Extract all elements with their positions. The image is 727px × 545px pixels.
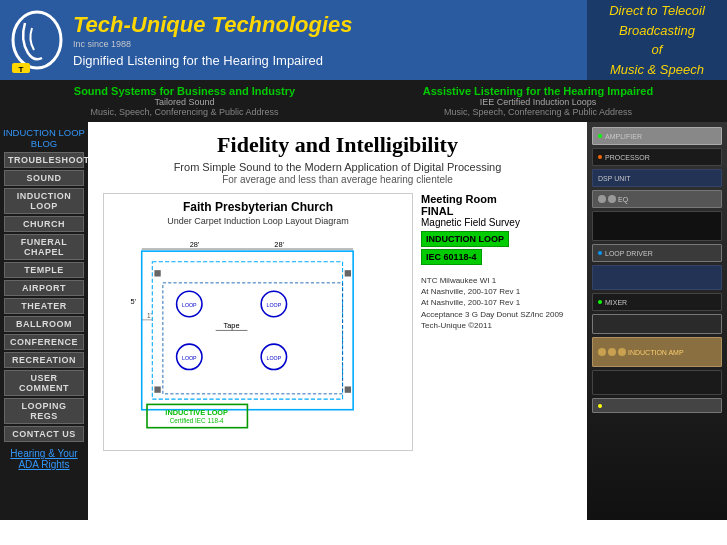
floor-plan-subtitle: Under Carpet Induction Loop Layout Diagr… bbox=[110, 216, 406, 226]
broadcasting-line4: Music & Speech bbox=[610, 62, 704, 77]
sidebar-item-church[interactable]: CHURCH bbox=[4, 216, 84, 232]
svg-rect-27 bbox=[154, 386, 160, 392]
sub-header: Sound Systems for Business and Industry … bbox=[0, 80, 727, 122]
svg-text:28': 28' bbox=[274, 240, 284, 249]
meeting-room-info: Meeting Room FINAL Magnetic Field Survey… bbox=[421, 193, 572, 265]
sidebar-item-contact-us[interactable]: CONTACT US bbox=[4, 426, 84, 442]
rack-led-1 bbox=[598, 134, 602, 138]
rack-unit-9 bbox=[592, 314, 722, 334]
diagram-area: Faith Presbyterian Church Under Carpet I… bbox=[103, 193, 572, 451]
sidebar-item-looping-regs[interactable]: LOOPING REGS bbox=[4, 398, 84, 424]
broadcasting-line3: of bbox=[652, 42, 663, 57]
sub-header-left-title: Sound Systems for Business and Industry bbox=[74, 85, 295, 97]
sub-header-left-sub: Tailored Sound bbox=[74, 97, 295, 107]
svg-text:LOOP: LOOP bbox=[182, 355, 197, 361]
svg-text:LOOP: LOOP bbox=[267, 302, 282, 308]
rack-unit-2: PROCESSOR bbox=[592, 148, 722, 166]
sidebar-item-sound[interactable]: SOUND bbox=[4, 170, 84, 186]
rack-knob-gold-b bbox=[608, 348, 616, 356]
rack-label-2: PROCESSOR bbox=[605, 154, 650, 161]
rack-led-11 bbox=[598, 404, 602, 408]
sub-header-right-title: Assistive Listening for the Hearing Impa… bbox=[423, 85, 653, 97]
induction-loop-badge2: IEC 60118-4 bbox=[421, 249, 482, 265]
equipment-rack: AMPLIFIER PROCESSOR DSP UNIT EQ LOOP DRI… bbox=[587, 122, 727, 520]
sidebar-item-induction-loop[interactable]: INDUCTION LOOP bbox=[4, 188, 84, 214]
page-sub2: For average and less than average hearin… bbox=[103, 174, 572, 185]
svg-rect-26 bbox=[345, 270, 351, 276]
logo-area: T Tech-Unique Technologies Inc since 198… bbox=[0, 0, 363, 80]
cert-line1: NTC Milwaukee WI 1 bbox=[421, 275, 572, 286]
meeting-room-status: FINAL bbox=[421, 205, 572, 217]
sub-header-right-sub: IEE Certified Induction Loops bbox=[423, 97, 653, 107]
meeting-room-title: Meeting Room bbox=[421, 193, 572, 205]
svg-rect-28 bbox=[345, 386, 351, 392]
meeting-room-survey: Magnetic Field Survey bbox=[421, 217, 572, 228]
rack-unit-11 bbox=[592, 398, 722, 413]
svg-text:Tape: Tape bbox=[224, 321, 240, 330]
rack-unit-3: DSP UNIT bbox=[592, 169, 722, 187]
rack-label-6: LOOP DRIVER bbox=[605, 250, 653, 257]
rack-label-1: AMPLIFIER bbox=[605, 133, 642, 140]
svg-text:Certified IEC 118-4: Certified IEC 118-4 bbox=[170, 417, 224, 424]
cert-line5: Tech-Unique ©2011 bbox=[421, 320, 572, 331]
floor-plan-title: Faith Presbyterian Church bbox=[110, 200, 406, 214]
rack-unit-7 bbox=[592, 265, 722, 290]
rack-led-8 bbox=[598, 300, 602, 304]
sidebar-item-recreation[interactable]: RECREATION bbox=[4, 352, 84, 368]
broadcasting-line2: Broadcasting bbox=[619, 23, 695, 38]
company-name: Tech-Unique Technologies bbox=[73, 12, 353, 38]
svg-text:5': 5' bbox=[131, 297, 137, 306]
induction-loop-badge1: INDUCTION LOOP bbox=[421, 231, 509, 247]
svg-text:T: T bbox=[19, 65, 24, 73]
sidebar-item-ada-rights[interactable]: Hearing & Your ADA Rights bbox=[0, 444, 88, 474]
sub-header-left: Sound Systems for Business and Industry … bbox=[74, 85, 295, 117]
ear-logo-icon: T bbox=[10, 8, 65, 73]
header-right-text: Direct to Telecoil Broadcasting of Music… bbox=[609, 1, 705, 79]
sidebar-item-troubleshoot[interactable]: TROUBLESHOOT bbox=[4, 152, 84, 168]
cert-line2: At Nashville, 200-107 Rev 1 bbox=[421, 286, 572, 297]
svg-text:28': 28' bbox=[190, 240, 200, 249]
svg-text:LOOP: LOOP bbox=[267, 355, 282, 361]
cert-line4: Acceptance 3 G Day Donut SZ/Inc 2009 bbox=[421, 309, 572, 320]
rack-knob-gold-a bbox=[598, 348, 606, 356]
sidebar-item-ballroom[interactable]: BALLROOM bbox=[4, 316, 84, 332]
sidebar-item-conference[interactable]: CONFERENCE bbox=[4, 334, 84, 350]
sidebar-item-funeral-chapel[interactable]: FUNERAL CHAPEL bbox=[4, 234, 84, 260]
sub-header-left-desc: Music, Speech, Conferencing & Public Add… bbox=[74, 107, 295, 117]
rack-knob-4a bbox=[598, 195, 606, 203]
sub-header-right: Assistive Listening for the Hearing Impa… bbox=[423, 85, 653, 117]
rack-unit-5 bbox=[592, 211, 722, 241]
company-since: Inc since 1988 bbox=[73, 39, 353, 49]
rack-unit-8: MIXER bbox=[592, 293, 722, 311]
rack-led-6 bbox=[598, 251, 602, 255]
floor-plan: Faith Presbyterian Church Under Carpet I… bbox=[103, 193, 413, 451]
rack-label-8: MIXER bbox=[605, 299, 627, 306]
sidebar-item-theater[interactable]: THEATER bbox=[4, 298, 84, 314]
site-header: T Tech-Unique Technologies Inc since 198… bbox=[0, 0, 727, 80]
broadcasting-line1: Direct to Telecoil bbox=[609, 3, 705, 18]
cert-text-block: NTC Milwaukee WI 1 At Nashville, 200-107… bbox=[421, 275, 572, 331]
sidebar: INDUCTION LOOP BLOG TROUBLESHOOT SOUND I… bbox=[0, 122, 88, 520]
company-text: Tech-Unique Technologies Inc since 1988 … bbox=[73, 12, 353, 68]
sidebar-item-temple[interactable]: TEMPLE bbox=[4, 262, 84, 278]
rack-unit-10 bbox=[592, 370, 722, 395]
content-area: Fidelity and Intelligibility From Simple… bbox=[88, 122, 587, 520]
svg-text:1': 1' bbox=[147, 312, 152, 319]
rack-label-3: DSP UNIT bbox=[598, 175, 631, 182]
equipment-rack-panel: AMPLIFIER PROCESSOR DSP UNIT EQ LOOP DRI… bbox=[587, 122, 727, 520]
svg-rect-25 bbox=[154, 270, 160, 276]
svg-text:INDUCTIVE LOOP: INDUCTIVE LOOP bbox=[165, 408, 228, 417]
tagline: Dignified Listening for the Hearing Impa… bbox=[73, 53, 353, 68]
rack-knob-gold-c bbox=[618, 348, 626, 356]
sidebar-item-airport[interactable]: AIRPORT bbox=[4, 280, 84, 296]
rack-unit-1: AMPLIFIER bbox=[592, 127, 722, 145]
rack-led-2 bbox=[598, 155, 602, 159]
cert-line3: At Nashville, 200-107 Rev 1 bbox=[421, 297, 572, 308]
sidebar-item-induction-loop-blog[interactable]: INDUCTION LOOP BLOG bbox=[0, 126, 88, 150]
rack-label-4: EQ bbox=[618, 196, 628, 203]
floor-plan-diagram: 28' 28' 5' LOOP LOOP bbox=[110, 230, 406, 441]
header-right-panel: Direct to Telecoil Broadcasting of Music… bbox=[587, 0, 727, 80]
sidebar-item-user-comment[interactable]: USER COMMENT bbox=[4, 370, 84, 396]
page-title: Fidelity and Intelligibility bbox=[103, 132, 572, 158]
main-layout: INDUCTION LOOP BLOG TROUBLESHOOT SOUND I… bbox=[0, 122, 727, 520]
